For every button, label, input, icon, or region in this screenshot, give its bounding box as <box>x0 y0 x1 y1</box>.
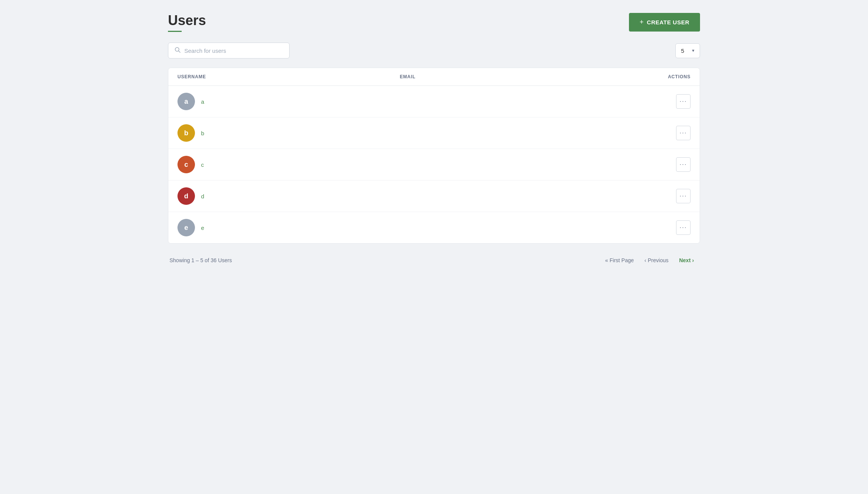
title-underline <box>168 31 182 32</box>
actions-menu-button[interactable]: ··· <box>676 94 691 109</box>
username-text: a <box>201 98 204 105</box>
showing-text: Showing 1 – 5 of 36 Users <box>169 257 232 263</box>
create-user-label: CREATE USER <box>647 19 689 25</box>
user-cell: c c <box>177 156 400 173</box>
table-row: c c ··· <box>168 149 700 180</box>
previous-button[interactable]: ‹ Previous <box>640 254 673 266</box>
users-table: USERNAME EMAIL ACTIONS a a ··· b b <box>168 68 700 244</box>
page-size-select[interactable]: 5 10 25 50 <box>681 48 689 54</box>
next-button[interactable]: Next › <box>675 254 699 266</box>
title-section: Users <box>168 12 206 32</box>
username-text: c <box>201 162 204 168</box>
table-row: d d ··· <box>168 180 700 212</box>
actions-cell: ··· <box>622 157 691 172</box>
pagination: Showing 1 – 5 of 36 Users « First Page ‹… <box>168 254 700 266</box>
user-cell: b b <box>177 124 400 142</box>
first-page-label: First Page <box>610 257 634 263</box>
user-cell: a a <box>177 93 400 110</box>
actions-cell: ··· <box>622 189 691 203</box>
page-title: Users <box>168 12 206 28</box>
col-header-actions: ACTIONS <box>622 74 691 79</box>
username-text: d <box>201 193 204 200</box>
toolbar: 5 10 25 50 ▾ <box>168 43 700 59</box>
col-header-username: USERNAME <box>177 74 400 79</box>
table-body: a a ··· b b ··· c <box>168 86 700 243</box>
table-row: e e ··· <box>168 212 700 243</box>
avatar: d <box>177 187 195 205</box>
search-container <box>168 43 290 59</box>
next-label: Next <box>679 257 691 263</box>
actions-cell: ··· <box>622 94 691 109</box>
prev-arrow-icon: ‹ <box>645 257 646 263</box>
table-row: b b ··· <box>168 117 700 149</box>
avatar: a <box>177 93 195 110</box>
search-icon <box>174 47 181 54</box>
plus-icon: + <box>640 18 644 26</box>
avatar: b <box>177 124 195 142</box>
pagination-controls: « First Page ‹ Previous Next › <box>600 254 699 266</box>
page-container: Users + CREATE USER 5 10 25 50 <box>168 12 700 266</box>
username-text: b <box>201 130 204 136</box>
next-arrow-icon: › <box>692 257 694 263</box>
first-page-button[interactable]: « First Page <box>600 254 638 266</box>
actions-cell: ··· <box>622 126 691 140</box>
chevron-down-icon: ▾ <box>692 48 694 53</box>
actions-menu-button[interactable]: ··· <box>676 220 691 235</box>
page-size-container: 5 10 25 50 ▾ <box>675 43 700 58</box>
search-input[interactable] <box>184 48 283 54</box>
create-user-button[interactable]: + CREATE USER <box>629 13 700 32</box>
actions-menu-button[interactable]: ··· <box>676 189 691 203</box>
actions-cell: ··· <box>622 220 691 235</box>
user-cell: e e <box>177 219 400 236</box>
page-header: Users + CREATE USER <box>168 12 700 32</box>
actions-menu-button[interactable]: ··· <box>676 126 691 140</box>
previous-label: Previous <box>648 257 668 263</box>
svg-line-1 <box>179 51 180 52</box>
username-text: e <box>201 225 204 231</box>
table-header: USERNAME EMAIL ACTIONS <box>168 68 700 86</box>
col-header-email: EMAIL <box>400 74 622 79</box>
avatar: e <box>177 219 195 236</box>
actions-menu-button[interactable]: ··· <box>676 157 691 172</box>
avatar: c <box>177 156 195 173</box>
first-page-arrow-icon: « <box>605 257 608 263</box>
user-cell: d d <box>177 187 400 205</box>
table-row: a a ··· <box>168 86 700 117</box>
